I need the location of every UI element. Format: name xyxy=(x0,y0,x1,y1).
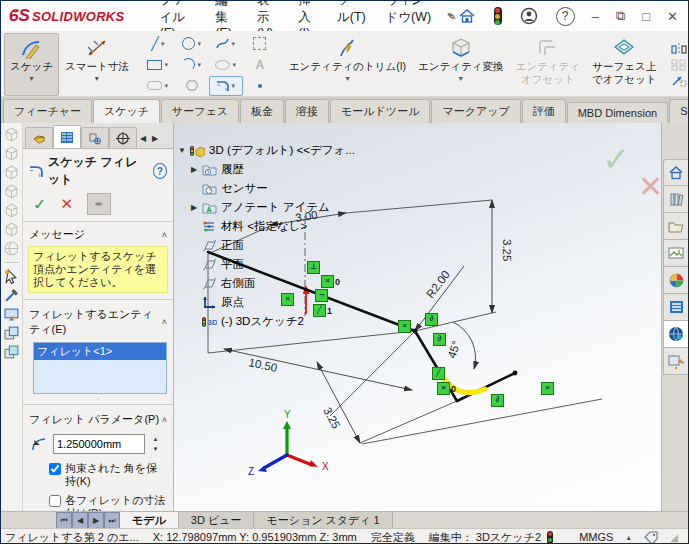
convert-entities-button[interactable]: エンティティ変換 ▾ xyxy=(412,33,509,96)
tree-item-sensors[interactable]: センサー xyxy=(178,179,355,198)
expand-caret-icon[interactable]: ▶ xyxy=(190,160,198,179)
sketch3d-tool-button[interactable] xyxy=(243,34,277,54)
prev-tab-icon[interactable]: ◀ xyxy=(72,512,88,529)
tab-features[interactable]: フィーチャー xyxy=(3,99,92,123)
message-group-header[interactable]: メッセージ ˄ xyxy=(23,222,173,245)
copy-window-icon[interactable] xyxy=(4,326,19,341)
ellipse-tool-button[interactable]: ▾ xyxy=(209,55,243,75)
spinner-up-icon[interactable]: ▲ xyxy=(149,434,162,444)
home-icon[interactable] xyxy=(457,6,477,26)
dimension-depth[interactable]: 3.25 xyxy=(321,405,342,430)
entities-group-header[interactable]: フィレットするエンティティ(E) ˄ xyxy=(23,302,173,340)
tree-item-material[interactable]: 材料 <指定なし> xyxy=(178,217,355,236)
taskpane-appearances-button[interactable] xyxy=(663,267,689,294)
tab-surfaces[interactable]: サーフェス xyxy=(161,99,239,123)
constraint-badge[interactable]: ╱ xyxy=(432,367,446,380)
sketch-button[interactable]: スケッチ ▾ xyxy=(4,33,59,96)
copy-window-icon[interactable] xyxy=(4,345,19,360)
keep-constrained-corners-checkbox[interactable] xyxy=(49,463,61,475)
spline-tool-button[interactable]: ▾ xyxy=(209,34,243,54)
collapse-caret-icon[interactable]: ▼ xyxy=(178,141,186,160)
featuremanager-tab[interactable] xyxy=(25,127,53,148)
tab-weldments[interactable]: 溶接 xyxy=(285,99,329,123)
tree-item-history[interactable]: ▶ 履歴 xyxy=(178,160,355,179)
slot-tool-button[interactable]: ▾ xyxy=(141,76,175,96)
dimension-length[interactable]: 10.50 xyxy=(248,356,279,374)
text-tool-button[interactable]: A xyxy=(243,55,277,75)
convert-caret-icon[interactable]: ▾ xyxy=(459,74,463,83)
constraint-badge[interactable]: × xyxy=(541,382,555,395)
panel-tab-right-icon[interactable]: ▶ xyxy=(149,128,161,148)
ok-button[interactable]: ✓ xyxy=(33,195,46,214)
parameters-group-header[interactable]: フィレット パラメータ(P) ˄ xyxy=(23,407,173,430)
circle-tool-button[interactable]: ▾ xyxy=(175,34,209,54)
tab-sheetmetal[interactable]: 板金 xyxy=(240,99,284,123)
dimension-angle[interactable]: 45° xyxy=(445,339,462,359)
units-caret-icon[interactable]: ▲ xyxy=(625,534,632,541)
tree-root[interactable]: ▼ 3D (デフォルト) <<デフォ... xyxy=(178,141,355,160)
dimension-radius[interactable]: R2.00 xyxy=(424,268,452,300)
tree-item-3dsketch2[interactable]: 3D (-) 3Dスケッチ2 xyxy=(178,312,355,331)
tree-item-right-plane[interactable]: 右側面 xyxy=(178,274,355,293)
panel-help-icon[interactable]: ? xyxy=(153,163,167,179)
first-tab-icon[interactable]: ⏮ xyxy=(56,512,72,529)
cancel-button[interactable]: ✕ xyxy=(60,195,73,213)
taskpane-forum-button[interactable] xyxy=(663,321,689,348)
arc-tool-button[interactable]: ▾ xyxy=(175,55,209,75)
configurationmanager-tab[interactable] xyxy=(81,127,109,148)
entities-collapse-icon[interactable]: ˄ xyxy=(162,317,167,327)
view-cube-icon[interactable] xyxy=(4,222,19,237)
confirm-ok-icon[interactable]: ✓ xyxy=(602,139,631,179)
keep-visible-pin-button[interactable]: ✒ xyxy=(87,193,111,215)
panel-tab-left-icon[interactable]: ◀ xyxy=(137,128,149,148)
fillet-entities-listbox[interactable]: フィレット<1> xyxy=(33,342,167,394)
edit-tool-icon[interactable] xyxy=(4,288,19,303)
tree-item-origin[interactable]: 原点 xyxy=(178,293,355,312)
taskpane-custom-properties-button[interactable] xyxy=(663,294,689,321)
constraint-badge[interactable]: ∂ xyxy=(433,333,447,346)
restore-icon[interactable]: ⧉ xyxy=(616,8,625,24)
parameters-collapse-icon[interactable]: ˄ xyxy=(162,415,167,425)
list-resize-handle[interactable]: ◦ xyxy=(23,396,173,402)
motion-study-tab[interactable]: モーション スタディ 1 xyxy=(254,512,392,529)
taskpane-resources-button[interactable] xyxy=(663,186,689,213)
taskpane-updates-button[interactable] xyxy=(663,348,689,375)
surface-offset-button[interactable]: サーフェス上 でオフセット xyxy=(586,33,662,96)
expand-caret-icon[interactable]: ▶ xyxy=(190,198,198,217)
tree-item-annotations[interactable]: ▶ A アノテート アイテム xyxy=(178,198,355,217)
dimension-height[interactable]: 3.25 xyxy=(501,239,513,261)
radius-spinner[interactable]: ▲▼ xyxy=(149,434,162,454)
confirm-cancel-icon[interactable]: ✕ xyxy=(638,169,662,204)
tab-solidworks-addins[interactable]: SOLIDWORKS アドイン xyxy=(669,99,689,123)
rectangle-tool-button[interactable]: ▾ xyxy=(141,55,175,75)
tree-item-top-plane[interactable]: 平面 xyxy=(178,255,355,274)
3d-views-tab[interactable]: 3D ビュー xyxy=(179,512,255,529)
taskpane-file-explorer-button[interactable] xyxy=(663,240,689,267)
trim-caret-icon[interactable]: ▾ xyxy=(345,74,349,83)
taskpane-design-library-button[interactable] xyxy=(663,213,689,240)
tree-item-front-plane[interactable]: 正面 xyxy=(178,236,355,255)
message-collapse-icon[interactable]: ˄ xyxy=(162,230,167,240)
last-tab-icon[interactable]: ⏭ xyxy=(104,512,120,529)
taskpane-home-button[interactable] xyxy=(663,159,689,186)
close-icon[interactable]: ✕ xyxy=(667,9,678,24)
sketch-caret-icon[interactable]: ▾ xyxy=(29,74,33,83)
tab-evaluate[interactable]: 評価 xyxy=(522,99,566,123)
tab-sketch[interactable]: スケッチ xyxy=(93,99,160,124)
units-selector[interactable]: MMGS xyxy=(579,531,613,543)
select-tool-icon[interactable] xyxy=(4,269,19,284)
view-cube-icon[interactable] xyxy=(4,127,19,142)
fillet-radius-input[interactable] xyxy=(53,434,145,454)
constraint-badge[interactable]: × xyxy=(398,320,412,333)
tag-icon[interactable] xyxy=(644,531,658,544)
propertymanager-tab[interactable] xyxy=(53,125,81,148)
dimension-each-fillet-checkbox[interactable] xyxy=(49,495,61,507)
spinner-down-icon[interactable]: ▼ xyxy=(149,444,162,454)
view-cube-icon[interactable] xyxy=(4,146,19,161)
smart-dimension-caret-icon[interactable]: ▾ xyxy=(95,74,99,83)
linear-pattern-button[interactable]: 直線パターン コピー ▾ xyxy=(671,58,689,72)
smart-dimension-button[interactable]: スマート寸法 ▾ xyxy=(59,33,135,96)
tab-moldtools[interactable]: モールドツール xyxy=(330,99,430,123)
dimxpertmanager-tab[interactable] xyxy=(109,127,137,148)
minimize-icon[interactable]: – xyxy=(592,9,599,24)
